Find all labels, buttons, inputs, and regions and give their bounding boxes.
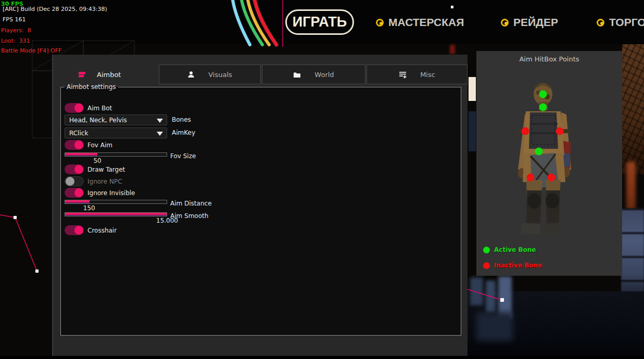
fov-aim-toggle[interactable] [65, 140, 84, 150]
tab-label: Misc [420, 71, 435, 79]
hitbox-point-inactive [556, 127, 564, 135]
aim-distance-value: 150 [65, 204, 167, 211]
crosshair-label: Crosshair [87, 227, 117, 234]
tab-label: Aimbot [97, 71, 121, 79]
loot-count-label: Loot: 331 [1, 37, 30, 44]
menu-item-trade[interactable]: ТОРГО [597, 16, 644, 29]
chevron-down-icon [157, 119, 163, 123]
ignore-invisible-toggle[interactable] [65, 188, 84, 198]
bones-select[interactable]: Head, Neck, Pelvis [65, 114, 167, 125]
aimkey-label: AimKey [172, 129, 195, 136]
inactive-bone-dot-icon [483, 262, 490, 269]
hitbox-point-inactive [548, 174, 555, 182]
bones-label: Bones [172, 116, 191, 123]
menu-item-label: ТОРГО [609, 16, 644, 29]
background-red-smudge [450, 45, 455, 54]
tab-label: World [314, 71, 334, 79]
background-blue-pane [476, 312, 513, 341]
hitbox-point-active [539, 91, 547, 98]
cheat-menu-panel: Aimbot Visuals World Misc [52, 55, 468, 356]
fov-size-slider[interactable] [65, 152, 167, 157]
aimkey-select-value: RClick [69, 130, 88, 137]
bones-select-value: Head, Neck, Pelvis [69, 117, 127, 124]
aim-bot-label: Aim Bot [87, 105, 112, 112]
coin-icon [501, 19, 509, 27]
coin-icon [376, 19, 384, 27]
hitbox-point-active [535, 148, 543, 156]
fov-size-value: 50 [65, 157, 167, 164]
fov-size-label: Fov Size [170, 152, 196, 160]
aim-bot-toggle[interactable] [65, 103, 84, 113]
fov-aim-label: Fov Aim [87, 142, 112, 149]
background-menu-sliver [469, 111, 476, 151]
hitbox-preview-panel: Aim HitBox Points [476, 51, 622, 276]
chevron-down-icon [157, 132, 163, 136]
fps-label: FPS 161 [3, 16, 26, 23]
aim-distance-label: Aim Distance [170, 200, 212, 207]
aim-distance-slider[interactable] [65, 200, 167, 204]
ignore-npc-label: Ignore NPC [87, 178, 122, 185]
tab-aimbot[interactable]: Aimbot [78, 65, 121, 84]
aimkey-select[interactable]: RClick [65, 127, 167, 138]
section-title: Aimbot settings [65, 83, 118, 91]
active-bone-dot-icon [483, 247, 490, 253]
folder-icon [293, 71, 301, 78]
background-window [621, 208, 644, 302]
hitbox-point-active [539, 104, 547, 111]
background-menu-sliver [469, 77, 476, 101]
ignore-invisible-label: Ignore Invisible [87, 189, 135, 197]
aim-smooth-slider[interactable] [65, 212, 167, 216]
aimbot-settings-section: Aimbot settings Aim Bot Head, Neck, Pelv… [60, 83, 461, 336]
menu-item-raider[interactable]: РЕЙДЕР [501, 16, 558, 29]
tab-misc[interactable]: Misc [367, 65, 468, 84]
tab-world[interactable]: World [262, 65, 365, 84]
coin-icon [597, 19, 604, 27]
background-rock-texture [622, 44, 644, 174]
menu-item-label: МАСТЕРСКАЯ [388, 16, 464, 29]
build-label: [ARC] Build (Dec 28 2025, 09:43:38) [3, 6, 107, 12]
player-model [476, 51, 622, 276]
legend-active-bone: Active Bone [483, 246, 536, 253]
ignore-npc-toggle[interactable] [65, 176, 84, 186]
background-blue-pane [470, 277, 483, 305]
aim-smooth-label: Aim Smooth [170, 212, 208, 220]
play-button[interactable]: ИГРАТЬ [285, 9, 354, 35]
draw-target-label: Draw Target [87, 166, 125, 173]
tab-label: Visuals [208, 71, 232, 79]
aimbot-flag-icon [78, 71, 86, 78]
background-blue-pane [486, 280, 496, 313]
crosshair-toggle[interactable] [65, 225, 84, 235]
draw-target-toggle[interactable] [65, 164, 84, 174]
menu-item-workshop[interactable]: МАСТЕРСКАЯ [376, 16, 464, 29]
background-bottom-strip [0, 356, 644, 359]
hitbox-point-inactive [522, 127, 529, 135]
menu-item-label: РЕЙДЕР [513, 16, 558, 29]
person-icon [187, 71, 195, 78]
battle-mode-label: Battle Mode [F4] OFF [1, 47, 61, 54]
hitbox-point-inactive [527, 174, 535, 182]
aim-smooth-value: 15.000 [65, 217, 167, 224]
screen: 30 FPS [ARC] Build (Dec 28 2025, 09:43:3… [0, 0, 644, 359]
legend-inactive-bone: Inactive Bone [483, 262, 542, 269]
players-count-label: Players: 8 [1, 27, 31, 34]
tab-visuals[interactable]: Visuals [159, 65, 261, 84]
playlist-add-icon [399, 71, 407, 79]
